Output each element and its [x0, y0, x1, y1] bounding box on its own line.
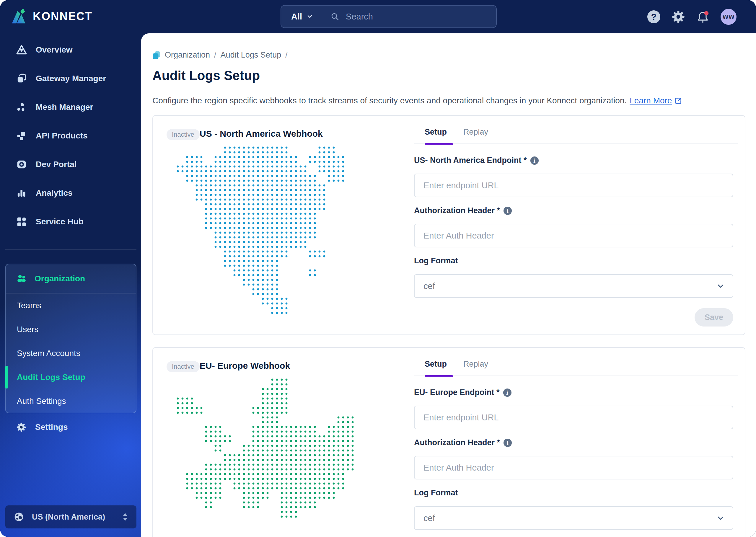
sidebar-item-auth-settings[interactable]: Auth Settings	[6, 389, 136, 413]
auth-header-label-text: Authorization Header *	[414, 438, 500, 447]
info-icon[interactable]: i	[530, 156, 539, 165]
organization-people-icon	[16, 273, 27, 284]
brand-logo[interactable]: KONNECT	[10, 7, 92, 26]
region-label: US (North America)	[32, 513, 114, 522]
sidebar-item-api-products[interactable]: API Products	[0, 121, 142, 150]
organization-breadcrumb-icon	[152, 51, 161, 59]
konnect-logo-icon	[10, 7, 29, 26]
sidebar-settings: Settings	[0, 413, 142, 441]
card-title: EU- Europe Webhook	[200, 361, 290, 371]
active-item-indicator	[5, 366, 8, 389]
page-title: Audit Logs Setup	[152, 68, 260, 83]
up-down-caret-icon	[122, 513, 128, 521]
sidebar-item-label: Dev Portal	[36, 160, 77, 169]
app-window: KONNECT All Search ?	[0, 0, 756, 537]
sidebar-nav: Overview Gateway Manager Mesh Manager AP…	[0, 35, 142, 236]
organization-header-label: Organization	[34, 274, 85, 283]
global-search[interactable]: All Search	[280, 5, 497, 28]
breadcrumb-separator: /	[214, 51, 217, 60]
sidebar-item-analytics[interactable]: Analytics	[0, 179, 142, 207]
help-icon[interactable]: ?	[647, 10, 660, 23]
page-description-text: Configure the region specific webhooks t…	[152, 96, 627, 105]
endpoint-label: US- North America Endpoint * i	[414, 156, 539, 165]
brand-name: KONNECT	[33, 10, 92, 23]
tab-replay[interactable]: Replay	[463, 126, 488, 137]
topbar: KONNECT All Search ?	[0, 0, 756, 33]
sidebar-item-mesh-manager[interactable]: Mesh Manager	[0, 93, 142, 121]
mesh-manager-icon	[16, 102, 27, 112]
search-icon	[330, 12, 339, 21]
log-format-label: Log Format	[414, 488, 458, 497]
log-format-value: cef	[424, 514, 435, 523]
org-item-label: Users	[17, 325, 38, 334]
notifications-bell-icon[interactable]	[696, 10, 709, 23]
chevron-down-icon	[716, 514, 725, 522]
sidebar-divider	[5, 249, 137, 250]
sidebar-item-audit-logs-setup[interactable]: Audit Logs Setup	[6, 365, 136, 389]
learn-more-label: Learn More	[630, 96, 672, 105]
sidebar-item-service-hub[interactable]: Service Hub	[0, 207, 142, 236]
region-selector[interactable]: US (North America)	[5, 505, 137, 528]
settings-gear-icon	[16, 422, 26, 432]
webhook-card-eu-europe: Inactive EU- Europe Webhook Setup Replay…	[152, 347, 745, 537]
sidebar-item-system-accounts[interactable]: System Accounts	[6, 341, 136, 365]
endpoint-url-input[interactable]	[414, 174, 733, 197]
card-title: US - North America Webhook	[200, 129, 323, 139]
main-panel: Organization / Audit Logs Setup / Audit …	[141, 33, 756, 537]
user-avatar[interactable]: WW	[721, 9, 736, 25]
endpoint-url-input[interactable]	[414, 406, 733, 429]
active-tab-underline	[425, 143, 453, 145]
sidebar-item-dev-portal[interactable]: Dev Portal	[0, 150, 142, 179]
api-products-icon	[16, 131, 27, 141]
breadcrumb-audit-logs-setup[interactable]: Audit Logs Setup	[221, 51, 281, 60]
tab-replay[interactable]: Replay	[463, 358, 488, 369]
sidebar-item-organization[interactable]: Organization	[6, 264, 136, 293]
breadcrumb-separator: /	[285, 51, 288, 60]
sidebar-item-users[interactable]: Users	[6, 317, 136, 341]
breadcrumb: Organization / Audit Logs Setup /	[152, 51, 288, 60]
sidebar-item-label: Gateway Manager	[36, 74, 106, 83]
org-item-label: Auth Settings	[17, 396, 66, 406]
org-item-label: System Accounts	[17, 349, 80, 358]
auth-header-input[interactable]	[414, 456, 733, 479]
tab-bar: Setup Replay	[414, 358, 738, 376]
info-icon[interactable]: i	[504, 207, 512, 215]
overview-icon	[16, 45, 27, 55]
analytics-icon	[16, 188, 27, 198]
learn-more-link[interactable]: Learn More	[630, 96, 683, 105]
active-tab-underline	[425, 375, 453, 377]
chevron-down-icon	[306, 13, 313, 20]
gear-icon[interactable]	[672, 10, 685, 23]
sidebar-item-label: Service Hub	[36, 217, 84, 227]
tab-setup[interactable]: Setup	[425, 358, 447, 369]
tab-bar: Setup Replay	[414, 126, 738, 144]
topbar-actions: ?	[647, 0, 736, 33]
sidebar-item-label: Analytics	[36, 188, 73, 198]
breadcrumb-organization[interactable]: Organization	[165, 51, 210, 60]
sidebar-item-gateway-manager[interactable]: Gateway Manager	[0, 64, 142, 93]
north-america-dotted-map	[166, 145, 374, 315]
tab-setup[interactable]: Setup	[425, 126, 447, 137]
info-icon[interactable]: i	[504, 439, 512, 447]
globe-icon	[14, 512, 24, 522]
org-item-label: Audit Logs Setup	[17, 373, 85, 382]
organization-section: Organization Teams Users System Accounts…	[5, 264, 137, 413]
log-format-label: Log Format	[414, 256, 458, 266]
webhook-form: Setup Replay US- North America Endpoint …	[414, 116, 738, 335]
info-icon[interactable]: i	[503, 389, 512, 397]
sidebar-item-overview[interactable]: Overview	[0, 35, 142, 64]
sidebar-item-teams[interactable]: Teams	[6, 293, 136, 317]
log-format-select[interactable]: cef	[414, 274, 733, 298]
auth-header-input[interactable]	[414, 224, 733, 247]
log-format-select[interactable]: cef	[414, 506, 733, 530]
external-link-icon	[674, 97, 683, 105]
auth-header-label: Authorization Header * i	[414, 438, 512, 447]
save-button[interactable]: Save	[694, 308, 733, 326]
page-description: Configure the region specific webhooks t…	[152, 96, 683, 105]
sidebar-item-label: Overview	[36, 45, 73, 55]
search-scope-dropdown[interactable]: All	[291, 12, 302, 21]
sidebar-item-settings[interactable]: Settings	[0, 413, 142, 441]
auth-header-label: Authorization Header * i	[414, 206, 512, 215]
chevron-down-icon	[716, 282, 725, 291]
status-badge: Inactive	[167, 129, 200, 140]
